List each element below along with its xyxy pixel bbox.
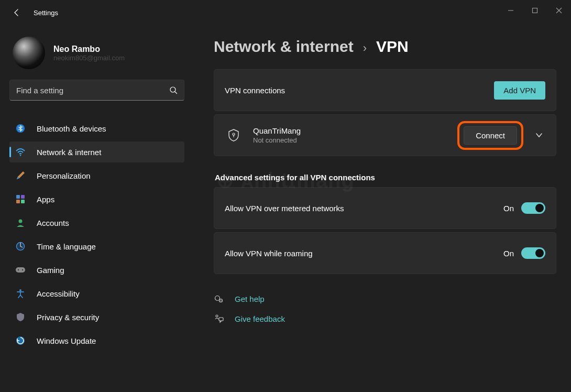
- nav-accessibility[interactable]: Accessibility: [9, 283, 184, 304]
- give-feedback-label: Give feedback: [235, 314, 285, 323]
- profile-email: neokim805@gmail.com: [53, 54, 125, 62]
- nav-label: Windows Update: [37, 336, 96, 345]
- maximize-button[interactable]: [523, 0, 547, 21]
- expand-button[interactable]: [533, 129, 545, 141]
- nav-label: Network & internet: [37, 148, 101, 157]
- nav-network[interactable]: Network & internet: [9, 141, 184, 162]
- breadcrumb-current: VPN: [376, 38, 409, 56]
- vpn-connection-name: QuanTriMang: [253, 126, 457, 135]
- svg-point-14: [22, 269, 23, 270]
- vpn-connections-card: VPN connections Add VPN: [214, 69, 556, 111]
- minimize-icon: [508, 7, 514, 14]
- search-box[interactable]: [9, 80, 184, 101]
- svg-point-15: [19, 289, 21, 291]
- nav-label: Bluetooth & devices: [37, 124, 106, 133]
- connect-button[interactable]: Connect: [464, 126, 517, 145]
- svg-point-5: [20, 155, 21, 156]
- nav-time-language[interactable]: Time & language: [9, 236, 184, 257]
- svg-point-22: [216, 315, 218, 317]
- roaming-state: On: [503, 249, 514, 258]
- svg-line-3: [175, 92, 177, 94]
- svg-rect-6: [16, 195, 20, 199]
- svg-rect-12: [16, 267, 25, 273]
- search-input[interactable]: [16, 86, 169, 95]
- sidebar: Neo Rambo neokim805@gmail.com Bluetooth …: [0, 25, 189, 392]
- roaming-card: Allow VPN while roaming On: [214, 232, 556, 274]
- nav-windows-update[interactable]: Windows Update: [9, 330, 184, 351]
- svg-rect-23: [219, 318, 223, 321]
- give-feedback-link[interactable]: Give feedback: [214, 309, 556, 329]
- roaming-toggle[interactable]: [521, 247, 545, 259]
- nav: Bluetooth & devices Network & internet P…: [9, 115, 184, 392]
- vpn-connection-card: QuanTriMang Not connected Connect: [214, 114, 556, 156]
- nav-label: Privacy & security: [37, 313, 99, 322]
- nav-label: Time & language: [37, 242, 96, 251]
- get-help-label: Get help: [235, 295, 265, 303]
- close-icon: [556, 7, 562, 14]
- vpn-connection-status: Not connected: [253, 136, 457, 144]
- nav-label: Personalization: [37, 171, 91, 180]
- svg-rect-8: [16, 200, 20, 203]
- back-button[interactable]: [9, 5, 24, 20]
- nav-label: Accounts: [37, 219, 69, 227]
- window-controls: [499, 0, 571, 21]
- chevron-down-icon: [535, 132, 543, 139]
- metered-networks-state: On: [503, 204, 514, 213]
- vpn-shield-icon: [225, 129, 243, 141]
- svg-point-13: [18, 269, 19, 270]
- apps-icon: [15, 193, 26, 205]
- svg-rect-1: [533, 8, 537, 13]
- profile-name: Neo Rambo: [53, 45, 125, 54]
- metered-networks-card: Allow VPN over metered networks On: [214, 187, 556, 229]
- help-icon: ?: [214, 294, 224, 303]
- nav-label: Gaming: [37, 266, 64, 275]
- nav-label: Accessibility: [37, 289, 80, 298]
- app-title: Settings: [34, 9, 58, 17]
- person-icon: [15, 217, 26, 228]
- wifi-icon: [15, 146, 26, 158]
- breadcrumb: Network & internet › VPN: [214, 38, 556, 56]
- nav-label: Apps: [37, 195, 54, 204]
- maximize-icon: [532, 7, 538, 14]
- breadcrumb-separator: ›: [363, 41, 367, 55]
- metered-networks-label: Allow VPN over metered networks: [225, 204, 503, 213]
- nav-bluetooth[interactable]: Bluetooth & devices: [9, 118, 184, 139]
- nav-gaming[interactable]: Gaming: [9, 259, 184, 280]
- avatar: [13, 37, 45, 69]
- accessibility-icon: [15, 288, 26, 299]
- globe-clock-icon: [15, 241, 26, 252]
- brush-icon: [15, 170, 26, 181]
- nav-apps[interactable]: Apps: [9, 189, 184, 210]
- breadcrumb-parent[interactable]: Network & internet: [214, 38, 354, 56]
- close-button[interactable]: [547, 0, 571, 21]
- svg-text:?: ?: [220, 299, 222, 302]
- highlight-annotation: Connect: [457, 121, 523, 150]
- help-links: ? Get help Give feedback: [214, 289, 556, 329]
- nav-privacy-security[interactable]: Privacy & security: [9, 307, 184, 328]
- svg-point-10: [19, 220, 23, 223]
- get-help-link[interactable]: ? Get help: [214, 289, 556, 309]
- profile[interactable]: Neo Rambo neokim805@gmail.com: [9, 30, 184, 80]
- minimize-button[interactable]: [499, 0, 523, 21]
- svg-rect-9: [21, 200, 25, 203]
- gamepad-icon: [15, 264, 26, 276]
- feedback-icon: [214, 314, 224, 323]
- nav-accounts[interactable]: Accounts: [9, 212, 184, 233]
- metered-networks-toggle[interactable]: [521, 202, 545, 214]
- advanced-header: Advanced settings for all VPN connection…: [215, 173, 556, 182]
- svg-rect-7: [21, 195, 25, 199]
- svg-point-19: [215, 296, 220, 301]
- profile-text: Neo Rambo neokim805@gmail.com: [53, 45, 125, 62]
- add-vpn-button[interactable]: Add VPN: [494, 81, 545, 100]
- bluetooth-icon: [15, 123, 26, 134]
- svg-point-17: [233, 133, 235, 135]
- titlebar: Settings: [0, 0, 571, 25]
- shield-icon: [15, 311, 26, 323]
- update-icon: [15, 335, 26, 346]
- arrow-left-icon: [13, 8, 21, 17]
- nav-personalization[interactable]: Personalization: [9, 165, 184, 186]
- search-icon: [169, 86, 178, 94]
- main-content: Network & internet › VPN VPN connections…: [189, 25, 571, 392]
- svg-point-2: [170, 87, 175, 92]
- roaming-label: Allow VPN while roaming: [225, 249, 503, 258]
